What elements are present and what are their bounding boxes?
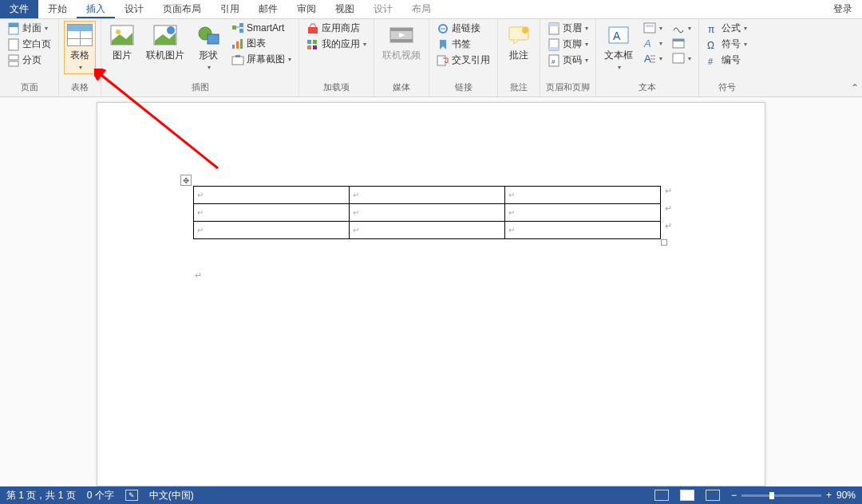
dropcap-button[interactable]: A▾ bbox=[641, 51, 665, 65]
equation-button[interactable]: π公式▾ bbox=[704, 21, 749, 36]
bookmark-button[interactable]: 书签 bbox=[434, 37, 492, 52]
status-language[interactable]: 中文(中国) bbox=[149, 489, 194, 502]
status-page[interactable]: 第 1 页，共 1 页 bbox=[6, 489, 76, 502]
tab-bar: 文件 开始 插入 设计 页面布局 引用 邮件 审阅 视图 设计 布局 登录 bbox=[0, 0, 862, 19]
shapes-icon bbox=[196, 22, 221, 48]
tab-design[interactable]: 设计 bbox=[115, 0, 153, 18]
tab-home[interactable]: 开始 bbox=[38, 0, 77, 18]
svg-rect-22 bbox=[313, 45, 317, 49]
tab-insert[interactable]: 插入 bbox=[77, 0, 115, 18]
tab-file[interactable]: 文件 bbox=[0, 0, 38, 18]
object-button[interactable]: ▾ bbox=[670, 51, 694, 65]
svg-rect-44 bbox=[673, 53, 684, 63]
screenshot-icon bbox=[231, 53, 244, 66]
signature-icon bbox=[672, 22, 685, 34]
svg-rect-3 bbox=[9, 55, 18, 60]
quickparts-button[interactable]: ▾ bbox=[641, 21, 665, 35]
crossref-button[interactable]: 交叉引用 bbox=[434, 53, 492, 68]
document-area: ✥ ↵↵↵ ↵↵↵ ↵↵↵ ↵ ↵ ↵ ↵ bbox=[0, 97, 862, 486]
zoom-slider[interactable] bbox=[741, 494, 821, 497]
group-symbols: π公式▾ Ω符号▾ #编号 符号 bbox=[699, 19, 754, 96]
blank-page-button[interactable]: 空白页 bbox=[5, 37, 53, 52]
web-layout-icon[interactable] bbox=[706, 490, 720, 501]
zoom-out-button[interactable]: − bbox=[731, 490, 737, 501]
online-video-button[interactable]: 联机视频 bbox=[379, 21, 424, 62]
tab-mailings[interactable]: 邮件 bbox=[249, 0, 287, 18]
ribbon: 封面▾ 空白页 分页 页面 表格▾ 表格 图片 联机图片 形状▾ SmartAr… bbox=[0, 19, 862, 97]
svg-text:#: # bbox=[552, 58, 556, 65]
table-row[interactable]: ↵↵↵ bbox=[194, 222, 661, 239]
online-picture-button[interactable]: 联机图片 bbox=[143, 21, 188, 62]
myapps-button[interactable]: 我的应用▾ bbox=[304, 37, 369, 52]
status-words[interactable]: 0 个字 bbox=[87, 489, 114, 502]
print-layout-icon[interactable] bbox=[680, 490, 694, 501]
zoom-in-button[interactable]: + bbox=[826, 490, 832, 501]
signature-button[interactable]: ▾ bbox=[670, 21, 694, 35]
paragraph-mark: ↵ bbox=[665, 221, 672, 231]
group-links-label: 链接 bbox=[455, 80, 473, 95]
svg-text:A: A bbox=[613, 30, 621, 42]
screenshot-button[interactable]: 屏幕截图▾ bbox=[229, 52, 294, 67]
shapes-button[interactable]: 形状▾ bbox=[192, 21, 224, 74]
header-button[interactable]: 页眉▾ bbox=[545, 21, 591, 36]
read-mode-icon[interactable] bbox=[654, 490, 669, 501]
smartart-icon bbox=[231, 22, 244, 34]
footer-button[interactable]: 页脚▾ bbox=[545, 37, 591, 52]
svg-point-29 bbox=[522, 27, 528, 33]
svg-rect-2 bbox=[9, 39, 18, 50]
textbox-button[interactable]: A文本框▾ bbox=[601, 21, 636, 74]
cover-page-button[interactable]: 封面▾ bbox=[5, 21, 53, 36]
svg-text:A: A bbox=[644, 53, 651, 64]
svg-rect-27 bbox=[437, 56, 445, 65]
group-tables: 表格▾ 表格 bbox=[59, 19, 101, 96]
page-break-button[interactable]: 分页 bbox=[5, 53, 53, 68]
smartart-button[interactable]: SmartArt bbox=[229, 21, 294, 35]
datetime-button[interactable] bbox=[670, 36, 694, 50]
svg-rect-11 bbox=[232, 26, 236, 30]
group-addins-label: 加载项 bbox=[323, 80, 350, 95]
paragraph-mark: ↵ bbox=[665, 203, 672, 214]
proofing-icon[interactable]: ✎ bbox=[125, 490, 138, 501]
svg-rect-25 bbox=[390, 39, 413, 42]
textbox-icon: A bbox=[606, 22, 631, 48]
svg-rect-16 bbox=[240, 39, 243, 49]
comment-button[interactable]: 批注 bbox=[503, 21, 535, 62]
table-resize-handle[interactable] bbox=[661, 239, 667, 246]
picture-button[interactable]: 图片 bbox=[106, 21, 138, 62]
symbol-button[interactable]: Ω符号▾ bbox=[704, 37, 749, 52]
svg-rect-39 bbox=[646, 25, 654, 27]
tab-references[interactable]: 引用 bbox=[211, 0, 249, 18]
svg-rect-1 bbox=[9, 23, 18, 27]
document-page[interactable]: ✥ ↵↵↵ ↵↵↵ ↵↵↵ ↵ ↵ ↵ ↵ bbox=[97, 102, 765, 486]
svg-rect-43 bbox=[673, 39, 684, 41]
tab-view[interactable]: 视图 bbox=[326, 0, 364, 18]
store-button[interactable]: 应用商店 bbox=[304, 21, 369, 36]
chart-button[interactable]: 图表 bbox=[229, 36, 294, 51]
table-row[interactable]: ↵↵↵ bbox=[194, 187, 661, 204]
svg-rect-24 bbox=[390, 28, 413, 31]
tab-table-design[interactable]: 设计 bbox=[364, 0, 402, 18]
zoom-control[interactable]: − + 90% bbox=[731, 490, 856, 501]
crossref-icon bbox=[437, 54, 449, 67]
table-move-handle[interactable]: ✥ bbox=[180, 175, 192, 186]
tab-page-layout[interactable]: 页面布局 bbox=[153, 0, 211, 18]
zoom-level[interactable]: 90% bbox=[836, 490, 856, 501]
hyperlink-button[interactable]: 超链接 bbox=[434, 21, 492, 36]
collapse-ribbon-icon[interactable]: ⌃ bbox=[848, 79, 862, 96]
pagenum-button[interactable]: #页码▾ bbox=[545, 53, 591, 68]
svg-text:Ω: Ω bbox=[707, 40, 714, 50]
svg-rect-15 bbox=[236, 41, 239, 49]
chart-icon bbox=[231, 37, 244, 50]
table-button[interactable]: 表格▾ bbox=[64, 21, 96, 74]
table-row[interactable]: ↵↵↵ bbox=[194, 204, 661, 222]
paragraph-mark: ↵ bbox=[665, 186, 672, 196]
number-button[interactable]: #编号 bbox=[704, 53, 749, 68]
inserted-table[interactable]: ✥ ↵↵↵ ↵↵↵ ↵↵↵ ↵ ↵ ↵ bbox=[193, 186, 661, 239]
wordart-button[interactable]: A▾ bbox=[641, 36, 665, 50]
tab-table-layout[interactable]: 布局 bbox=[402, 0, 441, 18]
svg-rect-4 bbox=[9, 61, 18, 66]
tab-review[interactable]: 审阅 bbox=[287, 0, 326, 18]
group-symbols-label: 符号 bbox=[718, 80, 736, 95]
login-link[interactable]: 登录 bbox=[824, 0, 862, 18]
group-media: 联机视频 媒体 bbox=[374, 19, 429, 96]
